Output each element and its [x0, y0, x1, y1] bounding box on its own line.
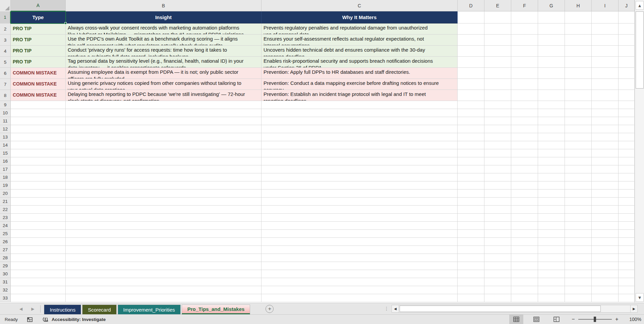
- empty-cell[interactable]: [565, 294, 592, 302]
- row-header-27[interactable]: 27: [0, 246, 11, 254]
- empty-cell[interactable]: [484, 101, 511, 109]
- empty-cell[interactable]: [458, 270, 484, 278]
- empty-cell[interactable]: [66, 117, 261, 125]
- empty-cell[interactable]: [458, 238, 484, 246]
- empty-cell[interactable]: [619, 294, 635, 302]
- horizontal-scrollbar[interactable]: ◀ ▶: [392, 305, 638, 313]
- empty-cell[interactable]: [66, 101, 261, 109]
- empty-cell[interactable]: [458, 262, 484, 270]
- empty-cell[interactable]: [66, 246, 261, 254]
- table-header-cell[interactable]: Type: [11, 11, 66, 23]
- empty-cell[interactable]: [565, 230, 592, 238]
- empty-cell[interactable]: [538, 214, 565, 222]
- empty-cell[interactable]: [511, 230, 538, 238]
- empty-cell[interactable]: [484, 79, 511, 90]
- empty-cell[interactable]: [458, 222, 484, 230]
- row-header-13[interactable]: 13: [0, 133, 11, 141]
- empty-cell[interactable]: [511, 238, 538, 246]
- empty-cell[interactable]: [592, 109, 619, 117]
- empty-cell[interactable]: [619, 230, 635, 238]
- empty-cell[interactable]: [458, 254, 484, 262]
- empty-cell[interactable]: [261, 262, 458, 270]
- empty-cell[interactable]: [11, 270, 66, 278]
- empty-cell[interactable]: [66, 278, 261, 286]
- empty-cell[interactable]: [592, 46, 619, 57]
- empty-cell[interactable]: [261, 230, 458, 238]
- column-header-c[interactable]: C: [261, 0, 458, 11]
- empty-cell[interactable]: [484, 11, 511, 23]
- empty-cell[interactable]: [511, 181, 538, 190]
- empty-cell[interactable]: [619, 46, 635, 57]
- empty-cell[interactable]: [619, 141, 635, 149]
- accessibility-icon[interactable]: [42, 316, 49, 322]
- empty-cell[interactable]: [538, 230, 565, 238]
- scroll-right-button[interactable]: ▶: [630, 305, 638, 313]
- empty-cell[interactable]: [592, 133, 619, 141]
- empty-cell[interactable]: [458, 149, 484, 157]
- empty-cell[interactable]: [261, 101, 458, 109]
- empty-cell[interactable]: [484, 198, 511, 206]
- empty-cell[interactable]: [458, 206, 484, 214]
- empty-cell[interactable]: [66, 149, 261, 157]
- empty-cell[interactable]: [484, 270, 511, 278]
- row-header-8[interactable]: 8: [0, 90, 11, 101]
- empty-cell[interactable]: [66, 141, 261, 149]
- empty-cell[interactable]: [66, 286, 261, 294]
- row-header-7[interactable]: 7: [0, 79, 11, 90]
- empty-cell[interactable]: [261, 198, 458, 206]
- empty-cell[interactable]: [484, 57, 511, 68]
- empty-cell[interactable]: [511, 198, 538, 206]
- type-cell[interactable]: PRO TIP: [11, 46, 66, 57]
- empty-cell[interactable]: [538, 90, 565, 101]
- table-header-cell[interactable]: Why It Matters: [261, 11, 458, 23]
- column-header-a[interactable]: A: [11, 0, 66, 11]
- empty-cell[interactable]: [592, 278, 619, 286]
- empty-cell[interactable]: [592, 149, 619, 157]
- empty-cell[interactable]: [511, 11, 538, 23]
- empty-cell[interactable]: [11, 278, 66, 286]
- empty-cell[interactable]: [11, 165, 66, 173]
- empty-cell[interactable]: [484, 125, 511, 133]
- empty-cell[interactable]: [458, 90, 484, 101]
- empty-cell[interactable]: [261, 157, 458, 165]
- empty-cell[interactable]: [511, 117, 538, 125]
- empty-cell[interactable]: [511, 270, 538, 278]
- row-header-21[interactable]: 21: [0, 198, 11, 206]
- empty-cell[interactable]: [619, 238, 635, 246]
- empty-cell[interactable]: [261, 181, 458, 190]
- empty-cell[interactable]: [592, 181, 619, 190]
- vertical-scrollbar[interactable]: ▲ ▼: [635, 0, 644, 303]
- insight-cell[interactable]: Use the PDPC's own Audit Toolkit as a be…: [66, 35, 261, 46]
- empty-cell[interactable]: [458, 125, 484, 133]
- empty-cell[interactable]: [592, 117, 619, 125]
- empty-cell[interactable]: [592, 101, 619, 109]
- empty-cell[interactable]: [619, 181, 635, 190]
- empty-cell[interactable]: [66, 206, 261, 214]
- empty-cell[interactable]: [592, 222, 619, 230]
- row-header-29[interactable]: 29: [0, 262, 11, 270]
- why-cell[interactable]: Ensures your self-assessment reflects ac…: [261, 35, 458, 46]
- empty-cell[interactable]: [458, 68, 484, 79]
- column-header-b[interactable]: B: [66, 0, 261, 11]
- row-header-4[interactable]: 4: [0, 46, 11, 57]
- empty-cell[interactable]: [261, 141, 458, 149]
- empty-cell[interactable]: [619, 23, 635, 35]
- empty-cell[interactable]: [565, 190, 592, 198]
- empty-cell[interactable]: [538, 246, 565, 254]
- empty-cell[interactable]: [66, 125, 261, 133]
- empty-cell[interactable]: [66, 181, 261, 190]
- row-header-26[interactable]: 26: [0, 238, 11, 246]
- row-header-16[interactable]: 16: [0, 157, 11, 165]
- empty-cell[interactable]: [484, 222, 511, 230]
- insight-cell[interactable]: Delaying breach reporting to PDPC becaus…: [66, 90, 261, 101]
- empty-cell[interactable]: [619, 117, 635, 125]
- empty-cell[interactable]: [458, 181, 484, 190]
- empty-cell[interactable]: [565, 35, 592, 46]
- empty-cell[interactable]: [458, 46, 484, 57]
- zoom-slider[interactable]: [578, 319, 612, 320]
- row-header-18[interactable]: 18: [0, 173, 11, 181]
- empty-cell[interactable]: [458, 157, 484, 165]
- empty-cell[interactable]: [261, 214, 458, 222]
- empty-cell[interactable]: [511, 68, 538, 79]
- new-sheet-button[interactable]: +: [266, 305, 274, 313]
